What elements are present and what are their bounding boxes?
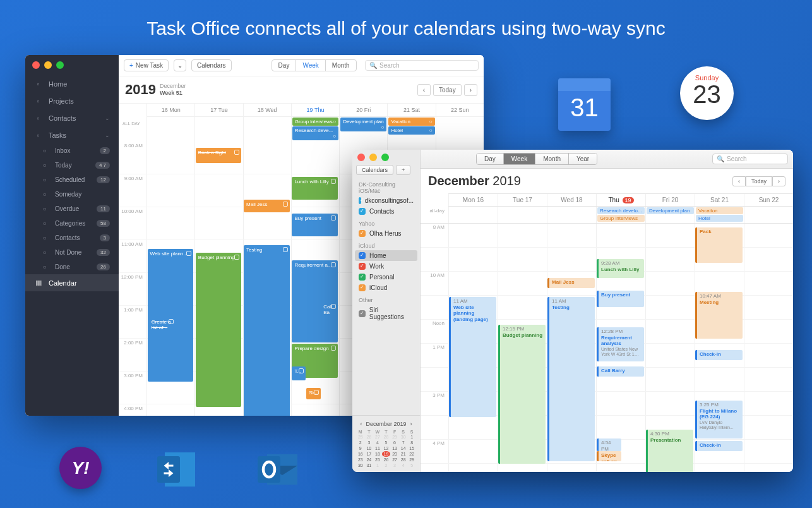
calendar-event[interactable]: 9:28 AMLunch with Lilly [597,259,644,278]
mini-cal-day[interactable]: 23 [356,457,365,463]
mini-cal-day[interactable]: 26 [382,457,391,463]
calendar-event[interactable]: Lunch with Lilly [292,177,337,200]
mini-cal-day[interactable]: 30 [399,434,408,440]
calendar-event[interactable]: Mail Jess [547,278,595,288]
mini-cal-day[interactable]: 4 [373,440,382,445]
maximize-icon[interactable] [56,61,64,69]
allday-event[interactable]: Group interviews ○ [292,118,338,126]
allday-event[interactable]: Research deve... ○ [292,126,338,140]
today-button[interactable]: Today [746,176,772,186]
dropdown-icon[interactable]: ⌄ [174,59,186,71]
allday-event[interactable]: Vacation ○ [388,118,434,126]
calendar-event[interactable]: Create a list of... [149,317,176,332]
allday-event[interactable]: Development plan [647,207,694,214]
prev-month-icon[interactable]: ‹ [360,421,362,427]
mini-cal-day[interactable]: 9 [356,445,365,451]
sidebar-item-categories[interactable]: ○Categories58 [34,216,119,231]
calendar-event[interactable]: Check-in [695,350,743,360]
calendar-event[interactable]: Requirement a... [292,260,337,342]
mini-cal-day[interactable]: 6 [390,440,399,445]
view-month[interactable]: Month [535,154,569,164]
mini-cal-day[interactable]: 30 [356,463,365,468]
checkbox-icon[interactable] [359,252,366,259]
mini-cal-day[interactable]: 28 [382,434,391,440]
sidebar-item-contacts[interactable]: ○Contacts3 [34,231,119,245]
mini-cal-day[interactable]: 22 [407,451,416,457]
checkbox-icon[interactable] [283,202,288,207]
view-week[interactable]: Week [504,154,535,164]
sidebar-item-overdue[interactable]: ○Overdue11 [34,202,119,216]
mini-cal-day[interactable]: 18 [373,451,382,457]
prev-button[interactable]: ‹ [417,84,431,96]
checkbox-icon[interactable] [186,251,191,256]
calendars-button[interactable]: Calendars [356,165,393,175]
checkbox-icon[interactable] [359,274,366,281]
calendar-event[interactable]: Sk... [306,388,321,399]
calendar-event[interactable]: Skype call on pr... [597,451,621,461]
minimize-icon[interactable] [44,61,52,69]
checkbox-icon[interactable] [359,284,366,291]
checkbox-icon[interactable] [359,197,361,204]
mini-cal-day[interactable]: 10 [365,445,374,451]
next-button[interactable]: › [772,176,785,186]
calendar-list-item[interactable]: dkconsultingsof... [352,195,420,206]
calendars-button[interactable]: Calendars [191,59,232,71]
mini-cal-day[interactable]: 27 [373,434,382,440]
mini-cal-day[interactable]: 28 [399,457,408,463]
allday-event[interactable]: Vacation [696,207,743,214]
sidebar-item-someday[interactable]: ○Someday [34,187,119,202]
mini-cal-day[interactable]: 14 [399,445,408,451]
calendar-event[interactable]: T... [292,366,305,380]
next-month-icon[interactable]: › [410,421,412,427]
mini-cal-day[interactable]: 24 [365,457,374,463]
calendar-list-item[interactable]: Siri Suggestions [352,305,420,322]
view-day[interactable]: Day [272,60,297,71]
mini-cal-day[interactable]: 7 [399,440,408,445]
allday-event[interactable]: Group interviews [597,215,645,222]
mini-cal-day[interactable]: 2 [356,440,365,445]
checkbox-icon[interactable] [331,346,336,351]
mini-cal-day[interactable]: 8 [407,440,416,445]
mini-cal-day[interactable]: 29 [390,434,399,440]
calendar-event[interactable]: 12:15 PMBudget planning [498,325,546,464]
today-button[interactable]: Today [433,84,462,96]
calendar-event[interactable]: Buy present [597,291,644,307]
mini-cal-day[interactable]: 5 [407,463,416,468]
calendar-event[interactable]: 4:54 PMTesting - Round 1 [597,438,621,451]
calendar-list-item[interactable]: Contacts [352,206,420,217]
view-year[interactable]: Year [569,154,597,164]
checkbox-icon[interactable] [359,230,366,237]
calendar-event[interactable]: Buy present [292,214,337,236]
view-month[interactable]: Month [326,60,356,71]
allday-event[interactable]: Development plan ○ [340,118,386,131]
checkbox-icon[interactable] [234,150,239,155]
sidebar-item-calendar[interactable]: ▦ Calendar [25,274,119,291]
calendar-event[interactable]: 3:25 PMFlight to Milano (EG 224)Lviv Dan… [695,401,743,438]
mini-cal-day[interactable]: 25 [356,434,365,440]
allday-event[interactable]: Hotel ○ [388,126,434,135]
calendar-event[interactable]: Budget planning [196,253,241,407]
calendar-list-item[interactable]: iCloud [352,282,420,293]
add-button[interactable]: + [396,165,410,175]
mini-cal-day[interactable]: 21 [399,451,408,457]
calendar-event[interactable]: Pack [695,227,743,263]
checkbox-icon[interactable] [299,368,304,373]
mini-cal-day[interactable]: 25 [373,457,382,463]
mini-cal-day[interactable]: 29 [407,457,416,463]
calendar-event[interactable]: 4:30 PMPresentation [646,430,693,472]
mini-cal-day[interactable]: 2 [382,463,391,468]
calendar-list-item[interactable]: Work [352,261,420,272]
mini-cal-day[interactable]: 20 [390,451,399,457]
mini-cal-day[interactable]: 5 [382,440,391,445]
close-icon[interactable] [32,61,40,69]
view-day[interactable]: Day [477,154,504,164]
mini-cal-day[interactable]: 31 [365,463,374,468]
calendar-event[interactable]: Book a flight [196,148,241,163]
calendar-event[interactable]: Check-in [695,441,743,451]
calendar-event[interactable]: 10:47 AMMeeting [695,292,743,339]
calendar-event[interactable]: 11 AMTesting [547,297,595,461]
next-button[interactable]: › [464,84,477,96]
search-input[interactable]: 🔍Search [365,60,479,71]
checkbox-icon[interactable] [359,208,366,215]
calendar-event[interactable]: Testing [244,245,289,416]
